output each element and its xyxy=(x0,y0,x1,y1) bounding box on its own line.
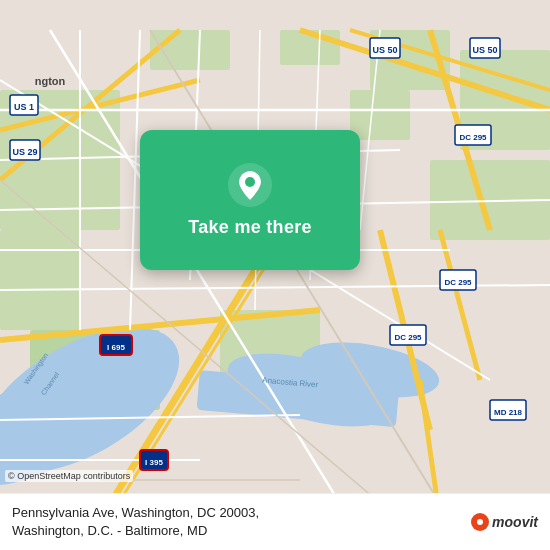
svg-text:US 1: US 1 xyxy=(14,102,34,112)
map-container: US 1 US 29 I 395 I 695 US 50 US 50 DC 29… xyxy=(0,0,550,550)
svg-text:ngton: ngton xyxy=(35,75,66,87)
map-svg: US 1 US 29 I 395 I 695 US 50 US 50 DC 29… xyxy=(0,0,550,550)
svg-rect-2 xyxy=(0,230,80,330)
moovit-dot-icon xyxy=(471,513,489,531)
address-block: Pennsylvania Ave, Washington, DC 20003, … xyxy=(12,504,471,540)
svg-point-70 xyxy=(245,177,255,187)
cta-card[interactable]: Take me there xyxy=(140,130,360,270)
osm-text: © OpenStreetMap contributors xyxy=(8,471,130,481)
svg-text:DC 295: DC 295 xyxy=(459,133,487,142)
location-pin-icon xyxy=(228,163,272,207)
address-text: Pennsylvania Ave, Washington, DC 20003, … xyxy=(12,504,471,540)
address-line2: Washington, D.C. - Baltimore, MD xyxy=(12,523,207,538)
moovit-logo: moovit xyxy=(471,513,538,531)
address-line1: Pennsylvania Ave, Washington, DC 20003, xyxy=(12,505,259,520)
svg-text:US 29: US 29 xyxy=(12,147,37,157)
svg-text:I 395: I 395 xyxy=(145,458,163,467)
osm-attribution: © OpenStreetMap contributors xyxy=(5,470,133,482)
moovit-brand-text: moovit xyxy=(492,514,538,530)
svg-text:MD 218: MD 218 xyxy=(494,408,523,417)
svg-text:I 695: I 695 xyxy=(107,343,125,352)
cta-button-label: Take me there xyxy=(188,217,312,238)
svg-rect-8 xyxy=(350,90,410,140)
svg-text:DC 295: DC 295 xyxy=(394,333,422,342)
bottom-bar: Pennsylvania Ave, Washington, DC 20003, … xyxy=(0,493,550,550)
svg-text:DC 295: DC 295 xyxy=(444,278,472,287)
svg-text:US 50: US 50 xyxy=(372,45,397,55)
svg-text:US 50: US 50 xyxy=(472,45,497,55)
